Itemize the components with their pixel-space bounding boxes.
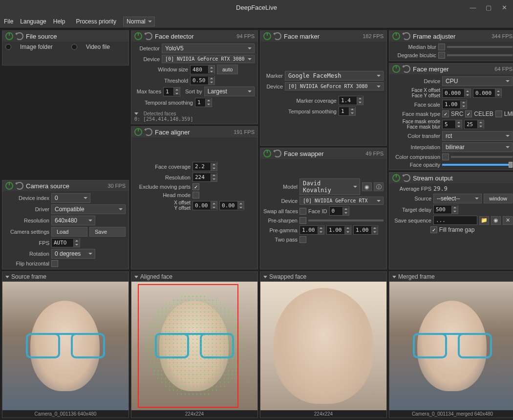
delay-spinner[interactable] xyxy=(433,205,458,214)
marker-temporal-spinner[interactable] xyxy=(339,107,356,116)
aligned-face-header[interactable]: Aligned face xyxy=(131,272,257,282)
folder-icon[interactable]: 📁 xyxy=(479,216,489,225)
window-size-spinner[interactable] xyxy=(190,65,215,74)
compress-slider[interactable] xyxy=(451,156,513,158)
power-icon[interactable] xyxy=(392,65,400,73)
gamma1-spinner[interactable] xyxy=(299,225,324,235)
power-icon[interactable] xyxy=(134,128,142,136)
image-folder-radio[interactable] xyxy=(5,44,11,50)
degrade-checkbox[interactable] xyxy=(438,52,445,59)
median-checkbox[interactable] xyxy=(438,44,445,50)
menu-language[interactable]: Language xyxy=(20,18,46,25)
detector-device-dropdown[interactable]: [0] NVIDIA GeForce RTX 3080 xyxy=(162,55,255,63)
aligner-resolution-spinner[interactable] xyxy=(192,173,217,182)
priority-label: Process priority xyxy=(76,18,116,25)
power-icon[interactable] xyxy=(5,32,13,40)
detector-dropdown[interactable]: YoloV5 xyxy=(162,44,255,53)
fps-spinner[interactable] xyxy=(51,238,80,247)
priority-dropdown[interactable]: Normal xyxy=(123,17,155,26)
reset-icon[interactable] xyxy=(145,128,152,136)
merger-xoff-spinner[interactable] xyxy=(442,88,471,98)
median-slider[interactable] xyxy=(447,46,513,48)
swapped-face-header[interactable]: Swapped face xyxy=(260,272,386,282)
marker-coverage-spinner[interactable] xyxy=(339,96,363,105)
coverage-spinner[interactable] xyxy=(192,162,217,171)
lmrks-checkbox[interactable] xyxy=(495,111,502,117)
chevron-down-icon xyxy=(392,276,396,278)
merger-device-dropdown[interactable]: CPU xyxy=(442,76,513,86)
reset-icon[interactable] xyxy=(403,65,410,73)
threshold-spinner[interactable] xyxy=(190,76,215,85)
menu-help[interactable]: Help xyxy=(53,18,65,25)
xoff-spinner[interactable] xyxy=(192,201,217,210)
max-faces-spinner[interactable] xyxy=(163,87,180,96)
marker-dropdown[interactable]: Google FaceMesh xyxy=(285,71,384,81)
eye-icon[interactable]: ◉ xyxy=(491,216,501,225)
twopass-checkbox[interactable] xyxy=(299,236,306,243)
reset-icon[interactable] xyxy=(403,174,410,182)
reset-icon[interactable] xyxy=(145,32,152,40)
merger-yoff-spinner[interactable] xyxy=(473,88,502,98)
temporal-spinner[interactable] xyxy=(195,98,212,107)
faceid-spinner[interactable] xyxy=(329,206,349,216)
rotation-dropdown[interactable]: 0 degrees xyxy=(51,249,95,259)
model-dropdown[interactable]: David Kovalniy xyxy=(299,178,360,195)
window-button[interactable]: window xyxy=(484,194,513,203)
yoff-spinner[interactable] xyxy=(219,201,244,210)
presharpen-slider[interactable] xyxy=(308,220,384,221)
opacity-slider[interactable] xyxy=(442,164,513,166)
auto-button[interactable]: auto xyxy=(217,65,238,74)
reset-icon[interactable] xyxy=(274,32,281,40)
presharpen-checkbox[interactable] xyxy=(299,217,306,224)
sort-dropdown[interactable]: Largest xyxy=(204,87,255,96)
interp-dropdown[interactable]: bilinear xyxy=(442,142,513,152)
degrade-slider[interactable] xyxy=(447,54,513,56)
swapall-checkbox[interactable] xyxy=(299,208,306,215)
erode-spinner[interactable] xyxy=(442,120,462,129)
scale-spinner[interactable] xyxy=(442,100,467,109)
celeb-checkbox[interactable] xyxy=(465,111,472,117)
merged-frame-header[interactable]: Merged frame xyxy=(389,272,513,282)
device-index-dropdown[interactable]: 0 xyxy=(51,193,90,203)
video-file-radio[interactable] xyxy=(71,44,77,50)
power-icon[interactable] xyxy=(263,32,271,40)
src-checkbox[interactable] xyxy=(442,111,449,117)
camera-resolution-dropdown[interactable]: 640x480 xyxy=(51,216,95,225)
power-icon[interactable] xyxy=(5,182,13,190)
exclude-checkbox[interactable] xyxy=(192,183,199,190)
blur-spinner[interactable] xyxy=(464,120,484,129)
colortransfer-dropdown[interactable]: rct xyxy=(442,131,513,141)
minimize-icon[interactable]: — xyxy=(468,2,478,12)
load-button[interactable]: Load xyxy=(51,227,87,237)
source-frame-header[interactable]: Source frame xyxy=(2,272,128,282)
close-icon[interactable]: ✕ xyxy=(499,2,509,12)
power-icon[interactable] xyxy=(263,150,271,157)
source-frame-image xyxy=(2,282,128,410)
stream-source-dropdown[interactable]: --select-- xyxy=(433,194,482,203)
driver-dropdown[interactable]: Compatible xyxy=(51,204,126,214)
maximize-icon[interactable]: ▢ xyxy=(484,2,493,12)
power-icon[interactable] xyxy=(392,32,400,40)
reset-icon[interactable] xyxy=(403,32,410,40)
compress-checkbox[interactable] xyxy=(442,154,449,160)
power-icon[interactable] xyxy=(392,174,400,182)
aligned-caption: 224x224 xyxy=(131,410,257,418)
head-checkbox[interactable] xyxy=(192,192,199,199)
gamma2-spinner[interactable] xyxy=(326,225,351,235)
power-icon[interactable] xyxy=(134,32,142,40)
save-button[interactable]: Save xyxy=(89,227,126,237)
menu-file[interactable]: File xyxy=(4,18,13,25)
reset-icon[interactable] xyxy=(16,32,23,40)
flip-checkbox[interactable] xyxy=(51,260,58,267)
swapper-device-dropdown[interactable]: [0] NVIDIA GeForce RTX xyxy=(299,197,384,205)
seq-path[interactable]: ... xyxy=(433,216,477,225)
gamma3-spinner[interactable] xyxy=(353,225,378,235)
fillgap-checkbox[interactable] xyxy=(430,226,437,233)
info-icon[interactable]: ⓘ xyxy=(374,182,384,191)
eye-icon[interactable]: ◉ xyxy=(362,182,372,191)
reset-icon[interactable] xyxy=(16,182,23,190)
marker-device-dropdown[interactable]: [0] NVIDIA GeForce RTX 3080 xyxy=(285,82,384,90)
image-folder-label: Image folder xyxy=(20,44,53,50)
reset-icon[interactable] xyxy=(274,150,281,157)
close-icon[interactable]: ✕ xyxy=(503,216,513,225)
